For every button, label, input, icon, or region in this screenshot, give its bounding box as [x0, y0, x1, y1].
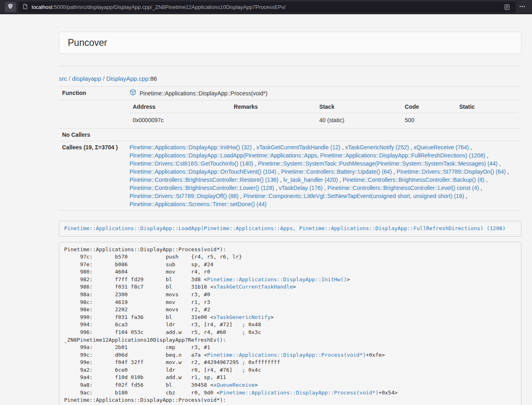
- page-info-icon[interactable]: [22, 4, 28, 11]
- asm-line: _ZN8Pinetime12Applications10DisplayApp7R…: [64, 336, 516, 344]
- callee-link[interactable]: Pinetime::Controllers::BrightnessControl…: [129, 185, 274, 191]
- breadcrumb-separator: /: [101, 75, 106, 82]
- breadcrumb-line-number: :86: [149, 75, 157, 82]
- callee-link[interactable]: Pinetime::Applications::DisplayApp::Init…: [129, 144, 252, 151]
- metrics-value-code: 500: [402, 113, 456, 127]
- asm-line: 98a: 2300 movs r3, #0: [64, 291, 516, 299]
- callees-separator: ,: [323, 185, 327, 191]
- metrics-col-static: Static: [456, 100, 518, 113]
- asm-line: 996: f104 053c add.w r5, r4, #60 ; 0x3c: [64, 329, 516, 336]
- callees-separator: ,: [340, 144, 345, 151]
- asm-line: 99e: f04f 32ff mov.w r2, #4294967295 ; 0…: [64, 359, 516, 366]
- asm-line: 9a4: f10d 010b add.w r1, sp, #11: [64, 374, 516, 381]
- highlighted-symbol-box: Pinetime::Applications::DisplayApp::Load…: [59, 221, 521, 237]
- breadcrumb: src / displayapp / DisplayApp.cpp:86: [59, 75, 521, 83]
- divider: [59, 66, 521, 66]
- callee-link[interactable]: xTaskGenericNotify (252): [345, 144, 409, 151]
- asm-symbol-link[interactable]: xTaskGenericNotify: [213, 314, 271, 320]
- callees-separator: ,: [274, 185, 279, 191]
- reader-view-icon[interactable]: [502, 4, 512, 10]
- callee-link[interactable]: xTaskGetCurrentTaskHandle (12): [256, 144, 340, 151]
- asm-line: 97e: b086 sub sp, #24: [64, 261, 516, 269]
- metrics-row: AddressRemarksStackCodeStatic 0x0000097c…: [59, 100, 521, 129]
- metrics-table: AddressRemarksStackCodeStatic 0x0000097c…: [129, 100, 518, 126]
- highlighted-symbol-link[interactable]: Pinetime::Applications::DisplayApp::Load…: [64, 225, 506, 231]
- url-path: :5000/path/src/displayapp/DisplayApp.cpp…: [52, 4, 286, 10]
- metrics-value-static: [456, 113, 518, 127]
- metrics-col-stack: Stack: [316, 100, 402, 113]
- callees-separator: ,: [338, 177, 343, 183]
- cube-icon: [129, 89, 136, 98]
- callees-separator: ,: [409, 144, 414, 151]
- callees-separator: ,: [469, 144, 472, 151]
- asm-line: 980: 4604 mov r4, r0: [64, 268, 516, 276]
- symbol-info-table: Function Pinetime::Applications::Display…: [59, 86, 521, 211]
- callees-separator: ,: [464, 193, 467, 199]
- asm-symbol-link[interactable]: Pinetime::Applications::DisplayApp::Proc…: [220, 390, 379, 396]
- callees-separator: ,: [485, 177, 488, 183]
- callees-separator: ,: [252, 144, 256, 151]
- breadcrumb-link[interactable]: src: [59, 75, 67, 82]
- function-name: Pinetime::Applications::DisplayApp::Proc…: [140, 89, 267, 97]
- callees-separator: ,: [485, 152, 489, 159]
- content-container: Puncover src / displayapp / DisplayApp.c…: [59, 32, 521, 405]
- callee-link[interactable]: Pinetime::Applications::DisplayApp::Load…: [129, 152, 485, 159]
- callee-link[interactable]: xQueueReceive (764): [414, 144, 469, 151]
- overflow-menu-button[interactable]: [516, 3, 529, 11]
- breadcrumb-link[interactable]: displayapp: [72, 75, 101, 82]
- callees-separator: ,: [278, 177, 283, 183]
- asm-line: 97c: b570 push {r4, r5, r6, lr}: [64, 253, 516, 261]
- asm-line: 9ac: b180 cbz r0, 9d0 <Pinetime::Applica…: [64, 389, 516, 397]
- callee-link[interactable]: Pinetime::Drivers::St7789::DisplayOn() (…: [396, 168, 506, 175]
- asm-symbol-link[interactable]: xTaskGetCurrentTaskHandle: [213, 284, 293, 290]
- callees-label: Callees (19, Σ=3704 ): [59, 141, 126, 211]
- asm-line: 98c: 4619 mov r1, r3: [64, 299, 516, 306]
- asm-line: 994: 6ca3 ldr r3, [r4, #72] ; 0x48: [64, 321, 516, 329]
- metrics-value-stack: 40 (static): [316, 113, 402, 127]
- function-label: Function: [59, 87, 126, 100]
- browser-chrome: localhost:5000/path/src/displayapp/Displ…: [0, 0, 532, 14]
- callee-link[interactable]: Pinetime::Drivers::St7789::DisplayOff() …: [129, 193, 239, 199]
- asm-line: 990: f031 fa36 bl 31e00 <xTaskGenericNot…: [64, 314, 516, 321]
- callee-link[interactable]: Pinetime::Applications::Screens::Timer::…: [129, 201, 267, 207]
- callee-link[interactable]: Pinetime::Components::LittleVgl::SetNewT…: [243, 193, 464, 199]
- callees-separator: ,: [392, 168, 397, 175]
- callees-separator: ,: [506, 168, 509, 175]
- url-bar[interactable]: localhost:5000/path/src/displayapp/Displ…: [18, 2, 516, 13]
- callee-link[interactable]: Pinetime::Controllers::BrightnessControl…: [342, 177, 484, 183]
- asm-symbol-link[interactable]: xQueueReceive: [213, 382, 255, 388]
- callees-separator: ,: [479, 185, 482, 191]
- callee-link[interactable]: Pinetime::Drivers::Cst816S::GetTouchInfo…: [129, 160, 253, 167]
- asm-symbol-link[interactable]: Pinetime::Applications::DisplayApp::Init…: [207, 276, 347, 282]
- asm-line: 99a: 2b01 cmp r3, #1: [64, 344, 516, 351]
- ellipsis-icon: [519, 3, 526, 11]
- metrics-col-remarks: Remarks: [230, 100, 316, 113]
- page-body: Puncover src / displayapp / DisplayApp.c…: [0, 14, 532, 405]
- callees-list: Pinetime::Applications::DisplayApp::Init…: [126, 141, 521, 211]
- function-row: Function Pinetime::Applications::Display…: [59, 87, 521, 100]
- metrics-value-address: 0x0000097c: [129, 113, 230, 127]
- asm-line: 98e: 2202 movs r2, #2: [64, 306, 516, 314]
- callees-separator: ,: [253, 160, 258, 167]
- callee-link[interactable]: lv_task_handler (420): [283, 177, 338, 183]
- app-header-panel: Puncover: [59, 32, 521, 54]
- callees-separator: ,: [498, 160, 501, 167]
- tracking-protection-button[interactable]: [5, 2, 16, 12]
- no-callers-row: No Callers: [59, 129, 521, 141]
- callee-link[interactable]: vTaskDelay (176): [279, 185, 323, 191]
- asm-line: 9a8: f02f fd56 bl 30458 <xQueueReceive>: [64, 381, 516, 389]
- asm-symbol-link[interactable]: Pinetime::Applications::DisplayApp::Proc…: [207, 352, 366, 358]
- breadcrumb-link[interactable]: DisplayApp.cpp: [106, 75, 149, 82]
- asm-line: Pinetime::Applications::DisplayApp::Proc…: [64, 396, 516, 404]
- url-host: localhost: [32, 4, 52, 10]
- url-text: localhost:5000/path/src/displayapp/Displ…: [32, 4, 502, 10]
- asm-line: 986: f031 f8c7 bl 31b18 <xTaskGetCurrent…: [64, 283, 516, 291]
- callee-link[interactable]: Pinetime::Applications::DisplayApp::OnTo…: [129, 168, 276, 175]
- callee-link[interactable]: Pinetime::Controllers::BrightnessControl…: [327, 185, 479, 191]
- callee-link[interactable]: Pinetime::Controllers::Battery::Update()…: [281, 168, 392, 175]
- callee-link[interactable]: Pinetime::Controllers::BrightnessControl…: [129, 177, 278, 183]
- callee-link[interactable]: Pinetime::System::SystemTask::PushMessag…: [258, 160, 498, 167]
- asm-line: 99c: d06d beq.n a7a <Pinetime::Applicati…: [64, 351, 516, 359]
- asm-line: Pinetime::Applications::DisplayApp::Proc…: [64, 246, 516, 254]
- callees-separator: ,: [276, 168, 281, 175]
